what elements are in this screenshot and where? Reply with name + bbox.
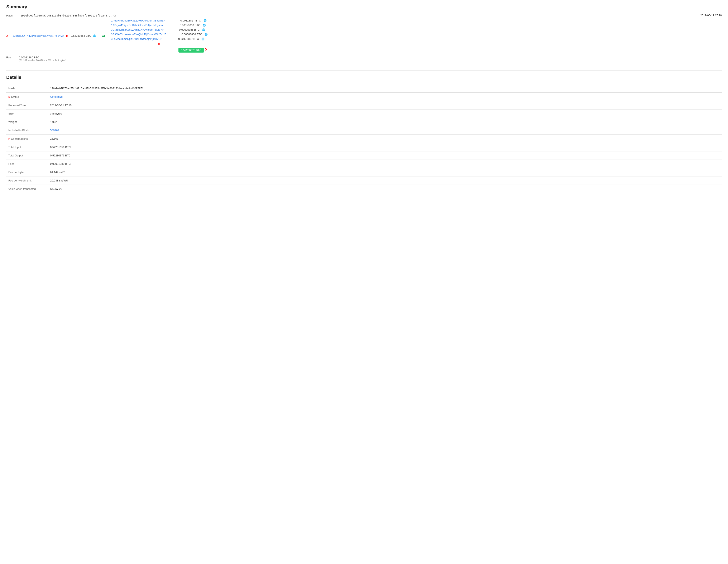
detail-value-received-time: 2019-06-11 17:10 bbox=[48, 101, 722, 110]
tx-outputs: 1AupRNbu8qEeXx12LVRxXeJ7um3BJLrnZ7 0.003… bbox=[111, 19, 208, 53]
detail-label-total-input: Total Input bbox=[6, 143, 48, 152]
detail-label-size: Size bbox=[6, 110, 48, 118]
detail-value-total-output: 0.52230376 BTC bbox=[48, 152, 722, 160]
globe-icon-0: 🌐 bbox=[203, 19, 207, 22]
output-address-1[interactable]: 1ABxjoM6XywDLRkbDHfNvYn6jcUxEiyYmd bbox=[111, 24, 164, 27]
detail-row-weight: Weight 1,062 bbox=[6, 118, 722, 126]
summary-section: Summary Hash 196eba07f176e457c48216ab87b… bbox=[6, 4, 722, 62]
summary-hash-row: Hash 196eba07f176e457c48216ab87b52197848… bbox=[6, 14, 722, 17]
detail-label-fee-per-wu: Fee per weight unit bbox=[6, 177, 48, 185]
output-row-4: 3FGJec1bmNQih1AbpHtNfz6bjNKjm87Gr1 0.501… bbox=[111, 37, 208, 40]
detail-label-status: EStatus bbox=[6, 93, 48, 101]
output-row-2: 3Gta6s2b63Ke68Z4m61NfGwfoqcHqGfo7V 0.006… bbox=[111, 28, 208, 31]
detail-row-fee-per-byte: Fee per byte 61.149 sat/B bbox=[6, 168, 722, 177]
label-a: A bbox=[6, 34, 8, 38]
status-confirmed: Confirmed bbox=[50, 95, 63, 98]
hash-value-short: 196eba07f176e457c48216ab87b52197848f8b4f… bbox=[20, 14, 112, 17]
detail-label-weight: Weight bbox=[6, 118, 48, 126]
detail-row-fee-per-wu: Fee per weight unit 20.038 sat/WU bbox=[6, 177, 722, 185]
detail-value-hash: 196eba07f176e457c48216ab87b52197848f8b4f… bbox=[48, 84, 722, 93]
detail-value-weight: 1,062 bbox=[48, 118, 722, 126]
globe-icon-4: 🌐 bbox=[201, 38, 205, 40]
output-amount-0: 0.00318827 BTC bbox=[168, 19, 201, 22]
detail-row-hash: Hash 196eba07f176e457c48216ab87b52197848… bbox=[6, 84, 722, 93]
globe-icon-3: 🌐 bbox=[205, 33, 208, 36]
detail-row-size: Size 348 bytes bbox=[6, 110, 722, 118]
label-f: F bbox=[8, 137, 10, 140]
block-link[interactable]: 580267 bbox=[50, 129, 59, 132]
output-amount-4: 0.50176857 BTC bbox=[166, 37, 199, 40]
label-c: C bbox=[158, 42, 160, 46]
tx-left: A 33drUaJDF7H7xMb3UPhjzNWqK7rkju4tZn B 0… bbox=[6, 19, 208, 53]
output-amount-1: 0.00350000 BTC bbox=[167, 24, 200, 27]
input-address-link[interactable]: 33drUaJDF7H7xMb3UPhjzNWqK7rkju4tZn bbox=[13, 34, 64, 37]
output-amount-2: 0.00695886 BTC bbox=[166, 28, 200, 31]
detail-value-fees: 0.00021280 BTC bbox=[48, 160, 722, 168]
detail-value-total-input: 0.52251656 BTC bbox=[48, 143, 722, 152]
detail-row-value-transacted: Value when transacted $4,057.29 bbox=[6, 185, 722, 193]
timestamp: 2019-06-11 17:10 bbox=[700, 14, 722, 17]
detail-label-fee-per-byte: Fee per byte bbox=[6, 168, 48, 177]
detail-value-status: Confirmed bbox=[48, 93, 722, 101]
tx-input-row: 33drUaJDF7H7xMb3UPhjzNWqK7rkju4tZn B 0.5… bbox=[13, 34, 96, 38]
output-amount-3: 0.00688806 BTC bbox=[169, 33, 202, 36]
output-address-3[interactable]: 3BAXA6YotAWouuTyaQMrJ1jC4uaKWnZnUZ bbox=[111, 33, 166, 36]
fee-sub: (61.149 sat/B - 20.038 sat/WU - 348 byte… bbox=[19, 59, 66, 62]
fee-value-block: 0.00021280 BTC (61.149 sat/B - 20.038 sa… bbox=[19, 56, 66, 62]
fee-main: 0.00021280 BTC bbox=[19, 56, 66, 59]
detail-row-status: EStatus Confirmed bbox=[6, 93, 722, 101]
detail-value-fee-per-byte: 61.149 sat/B bbox=[48, 168, 722, 177]
details-title: Details bbox=[6, 75, 722, 80]
section-divider bbox=[6, 70, 722, 71]
label-d: D bbox=[205, 48, 207, 53]
detail-label-fees: Fees bbox=[6, 160, 48, 168]
detail-value-fee-per-wu: 20.038 sat/WU bbox=[48, 177, 722, 185]
detail-row-fees: Fees 0.00021280 BTC bbox=[6, 160, 722, 168]
output-row-3: 3BAXA6YotAWouuTyaQMrJ1jC4uaKWnZnUZ 0.006… bbox=[111, 33, 208, 36]
tx-inputs: 33drUaJDF7H7xMb3UPhjzNWqK7rkju4tZn B 0.5… bbox=[13, 34, 96, 38]
details-section: Details Hash 196eba07f176e457c48216ab87b… bbox=[6, 75, 722, 193]
globe-icon-2: 🌐 bbox=[202, 28, 205, 31]
detail-value-confirmations: 25,501 bbox=[48, 135, 722, 143]
fee-row: Fee 0.00021280 BTC (61.149 sat/B - 20.03… bbox=[6, 56, 722, 62]
detail-value-size: 348 bytes bbox=[48, 110, 722, 118]
detail-row-block: Included in Block 580267 bbox=[6, 126, 722, 135]
label-e: E bbox=[8, 95, 10, 99]
output-row-0: 1AupRNbu8qEeXx12LVRxXeJ7um3BJLrnZ7 0.003… bbox=[111, 19, 208, 22]
output-address-2[interactable]: 3Gta6s2b63Ke68Z4m61NfGwfoqcHqGfo7V bbox=[111, 28, 164, 31]
details-table: Hash 196eba07f176e457c48216ab87b52197848… bbox=[6, 84, 722, 193]
detail-value-block: 580267 bbox=[48, 126, 722, 135]
hash-label: Hash bbox=[6, 14, 19, 17]
fee-label: Fee bbox=[6, 56, 19, 59]
detail-label-block: Included in Block bbox=[6, 126, 48, 135]
tx-flow-row: A 33drUaJDF7H7xMb3UPhjzNWqK7rkju4tZn B 0… bbox=[6, 19, 722, 53]
total-output-badge: 0.52230376 BTC bbox=[178, 48, 204, 53]
output-address-4[interactable]: 3FGJec1bmNQih1AbpHtNfz6bjNKjm87Gr1 bbox=[111, 37, 163, 40]
detail-row-received-time: Received Time 2019-06-11 17:10 bbox=[6, 101, 722, 110]
detail-value-value-transacted: $4,057.29 bbox=[48, 185, 722, 193]
outputs-total-row: 0.52230376 BTC D bbox=[111, 48, 208, 53]
detail-row-confirmations: FConfirmations 25,501 bbox=[6, 135, 722, 143]
detail-label-received-time: Received Time bbox=[6, 101, 48, 110]
summary-title: Summary bbox=[6, 4, 722, 10]
detail-label-confirmations: FConfirmations bbox=[6, 135, 48, 143]
globe-icon-input: 🌐 bbox=[93, 34, 96, 37]
detail-row-total-input: Total Input 0.52251656 BTC bbox=[6, 143, 722, 152]
output-row-1: 1ABxjoM6XywDLRkbDHfNvYn6jcUxEiyYmd 0.003… bbox=[111, 24, 208, 27]
output-address-0[interactable]: 1AupRNbu8qEeXx12LVRxXeJ7um3BJLrnZ7 bbox=[111, 19, 165, 22]
globe-icon-1: 🌐 bbox=[203, 24, 206, 27]
arrow-icon: ➡ bbox=[101, 33, 106, 39]
detail-label-value-transacted: Value when transacted bbox=[6, 185, 48, 193]
detail-label-hash: Hash bbox=[6, 84, 48, 93]
hash-row: Hash 196eba07f176e457c48216ab87b52197848… bbox=[6, 14, 116, 17]
copy-icon[interactable]: ⧉ bbox=[114, 14, 116, 17]
detail-row-total-output: Total Output 0.52230376 BTC bbox=[6, 152, 722, 160]
input-amount: 0.52251656 BTC bbox=[71, 34, 91, 37]
label-b: B bbox=[66, 34, 68, 38]
detail-label-total-output: Total Output bbox=[6, 152, 48, 160]
